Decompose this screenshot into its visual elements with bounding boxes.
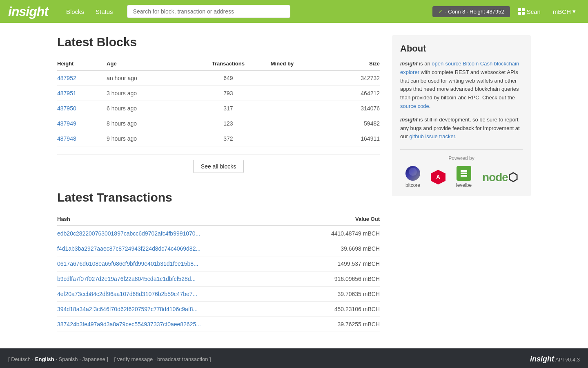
tx-value-out: 4410.48749 mBCH <box>298 226 380 241</box>
leveldb-icon <box>457 166 471 181</box>
bitcore-icon <box>405 166 420 181</box>
verify-message-link[interactable]: verify message <box>117 356 153 362</box>
table-row: 4ef20a73ccb84c2df96aa107d68d31076b2b59c4… <box>57 287 380 302</box>
tx-hash-link[interactable]: f4d1ab3ba2927aaec87c8724943f224d8dc74c40… <box>57 245 200 252</box>
col-mined-by: Mined by <box>271 57 330 70</box>
tx-value-out: 39.76255 mBCH <box>298 317 380 332</box>
lang-spanish[interactable]: Spanish <box>59 356 78 362</box>
block-height: 487948 <box>57 131 107 146</box>
block-transactions: 123 <box>186 116 271 131</box>
angular-icon: A <box>431 170 445 184</box>
source-code-link[interactable]: source code <box>400 103 429 109</box>
block-age: 9 hours ago <box>107 131 186 146</box>
block-height-link[interactable]: 487949 <box>57 120 76 127</box>
powered-by-label: Powered by <box>400 155 523 161</box>
footer-right: insight API v0.4.3 <box>530 355 580 364</box>
tx-hash-link[interactable]: 394d18a34a2f3c646f70d62f6207597c778d4106… <box>57 306 198 312</box>
block-mined-by <box>271 131 330 146</box>
bitcore-logo: bitcore <box>405 166 420 188</box>
block-mined-by <box>271 101 330 116</box>
block-height-link[interactable]: 487951 <box>57 90 76 96</box>
chevron-down-icon: ▾ <box>572 8 576 15</box>
transactions-title: Latest Transactions <box>57 191 380 204</box>
tx-hash-link[interactable]: 0617a676d6108ea65f686cf9bfd99e401b31d1fe… <box>57 260 198 267</box>
lang-deutsch[interactable]: Deutsch <box>11 356 31 362</box>
nodejs-icon: node⬡ <box>482 171 517 184</box>
tx-hash-link[interactable]: edb20c282200763001897cabcc6d9702afc4fb99… <box>57 230 200 237</box>
search-input[interactable] <box>127 5 290 18</box>
github-issue-link[interactable]: github issue tracker <box>409 133 455 139</box>
about-panel: About insight is an open-source Bitcoin … <box>392 35 531 196</box>
table-row: 487951 3 hours ago 793 464212 <box>57 86 380 101</box>
nav-links: Blocks Status <box>60 5 119 18</box>
col-size: Size <box>330 57 380 70</box>
check-icon: ✓ <box>438 9 443 15</box>
block-size: 59482 <box>330 116 380 131</box>
table-row: edb20c282200763001897cabcc6d9702afc4fb99… <box>57 226 380 241</box>
block-height-link[interactable]: 487948 <box>57 135 76 142</box>
nav-status[interactable]: Status <box>90 5 119 18</box>
see-all-blocks-button[interactable]: See all blocks <box>193 160 244 173</box>
block-height: 487950 <box>57 101 107 116</box>
col-value-out: Value Out <box>298 213 380 226</box>
block-age: 6 hours ago <box>107 101 186 116</box>
see-all-wrapper: See all blocks <box>57 155 380 178</box>
blocks-title: Latest Blocks <box>57 35 380 49</box>
svg-rect-0 <box>461 170 467 172</box>
block-transactions: 317 <box>186 101 271 116</box>
block-size: 314076 <box>330 101 380 116</box>
conn-badge: ✓ · Conn 8 · Height 487952 <box>432 6 510 17</box>
about-text-1: insight is an open-source Bitcoin Cash b… <box>400 60 523 111</box>
mbch-dropdown[interactable]: mBCH ▾ <box>549 5 580 18</box>
tx-hash-link[interactable]: 387424b3fe497a9d3a8a79cec554937337cf0aee… <box>57 321 201 328</box>
col-transactions: Transactions <box>186 57 271 70</box>
scan-button[interactable]: Scan <box>514 6 545 18</box>
table-row: 487949 8 hours ago 123 59482 <box>57 116 380 131</box>
footer-api-version: API v0.4.3 <box>555 357 580 363</box>
search-form <box>127 5 290 18</box>
col-height: Height <box>57 57 107 70</box>
tx-hash-link[interactable]: b9cdffa7f07f027d2e19a76f22a8045cda1c1dbf… <box>57 276 196 282</box>
brand-logo[interactable]: insight <box>8 4 48 19</box>
tx-hash-link[interactable]: 4ef20a73ccb84c2df96aa107d68d31076b2b59c4… <box>57 291 197 297</box>
lang-japanese[interactable]: Japanese <box>82 356 105 362</box>
svg-rect-2 <box>461 175 467 177</box>
block-transactions: 793 <box>186 86 271 101</box>
block-size: 464212 <box>330 86 380 101</box>
footer-brand: insight <box>530 355 554 363</box>
svg-rect-1 <box>461 173 467 174</box>
block-age: 8 hours ago <box>107 116 186 131</box>
block-transactions: 649 <box>186 70 271 86</box>
col-age: Age <box>107 57 186 70</box>
leveldb-label: levelbe <box>456 182 472 188</box>
tx-value-out: 39.6698 mBCH <box>298 241 380 256</box>
table-row: f4d1ab3ba2927aaec87c8724943f224d8dc74c40… <box>57 241 380 256</box>
nodejs-logo: node⬡ <box>482 171 517 184</box>
block-height-link[interactable]: 487952 <box>57 75 76 81</box>
conn-label: · Conn 8 · Height 487952 <box>445 9 504 15</box>
insight-brand-1: insight <box>400 61 418 67</box>
block-age: 3 hours ago <box>107 86 186 101</box>
block-height: 487951 <box>57 86 107 101</box>
table-row: 487948 9 hours ago 372 164911 <box>57 131 380 146</box>
navbar-right: ✓ · Conn 8 · Height 487952 Scan mBCH ▾ <box>432 5 580 18</box>
block-height-link[interactable]: 487950 <box>57 105 76 112</box>
footer: [ Deutsch · English · Spanish · Japanese… <box>0 348 588 368</box>
tx-hash: 394d18a34a2f3c646f70d62f6207597c778d4106… <box>57 302 298 317</box>
block-age: an hour ago <box>107 70 186 86</box>
nav-blocks[interactable]: Blocks <box>60 5 90 18</box>
tx-value-out: 1499.537 mBCH <box>298 256 380 272</box>
table-row: 0617a676d6108ea65f686cf9bfd99e401b31d1fe… <box>57 256 380 272</box>
broadcast-transaction-link[interactable]: broadcast transaction <box>157 356 208 362</box>
col-hash: Hash <box>57 213 298 226</box>
table-row: 387424b3fe497a9d3a8a79cec554937337cf0aee… <box>57 317 380 332</box>
tx-hash: b9cdffa7f07f027d2e19a76f22a8045cda1c1dbf… <box>57 272 298 287</box>
bitcore-label: bitcore <box>405 182 420 188</box>
lang-sep-1: · <box>32 356 35 362</box>
lang-english[interactable]: English <box>35 356 54 362</box>
block-size: 164911 <box>330 131 380 146</box>
tools-spacer <box>110 356 113 362</box>
main-content: Latest Blocks Height Age Transactions Mi… <box>49 23 539 348</box>
leveldb-logo: levelbe <box>456 166 472 188</box>
tools-prefix: [ <box>114 356 117 362</box>
